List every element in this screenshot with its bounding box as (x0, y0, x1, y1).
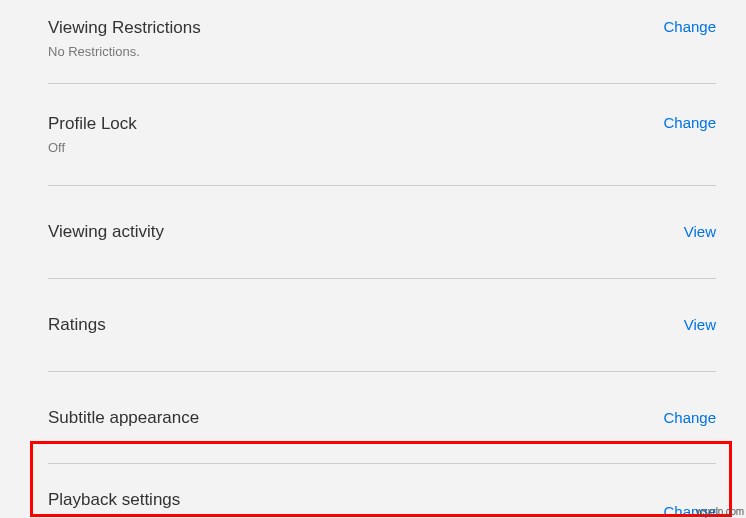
setting-title: Subtitle appearance (48, 406, 199, 430)
setting-row-ratings: Ratings View (48, 279, 716, 372)
change-link-viewing-restrictions[interactable]: Change (663, 16, 716, 35)
setting-left: Ratings (48, 313, 106, 337)
setting-row-viewing-activity: Viewing activity View (48, 186, 716, 279)
setting-title: Viewing Restrictions (48, 16, 201, 40)
setting-row-viewing-restrictions: Viewing Restrictions No Restrictions. Ch… (48, 0, 716, 84)
setting-left: Profile Lock Off (48, 112, 137, 157)
setting-title: Profile Lock (48, 112, 137, 136)
setting-left: Subtitle appearance (48, 406, 199, 430)
setting-subtitle: No Restrictions. (48, 43, 201, 61)
setting-left: Viewing activity (48, 220, 164, 244)
setting-row-subtitle-appearance: Subtitle appearance Change (48, 372, 716, 465)
settings-list: Viewing Restrictions No Restrictions. Ch… (0, 0, 746, 518)
change-link-subtitle-appearance[interactable]: Change (663, 409, 716, 426)
setting-row-profile-lock: Profile Lock Off Change (48, 84, 716, 186)
watermark: wsxdn.com (696, 506, 744, 517)
view-link-ratings[interactable]: View (684, 316, 716, 333)
setting-left: Playback settings Autoplay next episode.… (48, 488, 476, 518)
setting-title: Viewing activity (48, 220, 164, 244)
setting-title: Playback settings (48, 488, 476, 512)
change-link-profile-lock[interactable]: Change (663, 112, 716, 131)
setting-row-playback-settings: Playback settings Autoplay next episode.… (48, 464, 716, 518)
setting-title: Ratings (48, 313, 106, 337)
setting-left: Viewing Restrictions No Restrictions. (48, 16, 201, 61)
setting-subtitle: Off (48, 139, 137, 157)
view-link-viewing-activity[interactable]: View (684, 223, 716, 240)
